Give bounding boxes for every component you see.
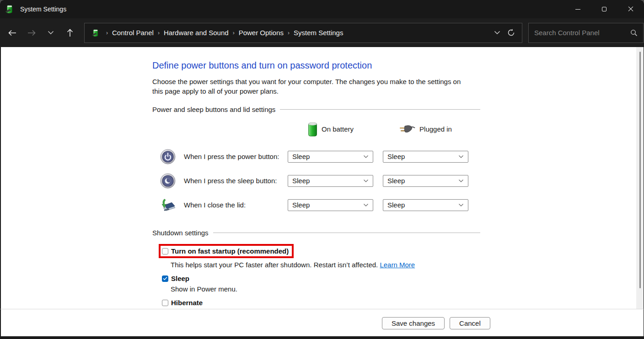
power-buttons-section-title: Power and sleep buttons and lid settings: [152, 106, 275, 113]
plug-icon: [399, 124, 416, 134]
forward-arrow-icon: [27, 29, 36, 37]
chevron-down-icon: [48, 31, 54, 35]
hibernate-option-label[interactable]: Hibernate: [171, 299, 203, 307]
battery-icon: [307, 121, 318, 137]
page-description: Choose the power settings that you want …: [152, 77, 472, 96]
sleep-button-row: When I press the sleep button: Sleep Sle…: [160, 169, 480, 193]
breadcrumb-hardware-and-sound[interactable]: Hardware and Sound: [164, 29, 229, 37]
search-box[interactable]: [528, 23, 644, 43]
fast-startup-description-text: This helps start your PC faster after sh…: [171, 261, 378, 269]
cancel-button[interactable]: Cancel: [450, 317, 490, 329]
vertical-scrollbar[interactable]: [636, 47, 644, 309]
power-buttons-section-header: Power and sleep buttons and lid settings: [152, 106, 480, 113]
close-lid-on-battery-select[interactable]: Sleep: [288, 199, 373, 211]
selected-value: Sleep: [292, 201, 310, 209]
up-arrow-icon: [66, 28, 74, 37]
column-headers-row: On battery Plugged in: [160, 113, 480, 144]
address-bar[interactable]: › Control Panel › Hardware and Sound › P…: [84, 23, 522, 43]
system-settings-window: System Settings: [0, 0, 644, 339]
breadcrumb-separator-icon: ›: [229, 30, 239, 36]
minimize-button[interactable]: [564, 0, 591, 18]
chevron-down-icon: [458, 179, 464, 183]
selected-value: Sleep: [387, 201, 405, 209]
search-icon[interactable]: [630, 29, 638, 37]
check-icon: [163, 276, 167, 281]
search-input[interactable]: [534, 29, 630, 37]
back-arrow-icon: [8, 29, 17, 37]
section-divider: [280, 109, 480, 110]
section-divider: [213, 233, 480, 233]
shutdown-section-title: Shutdown settings: [152, 229, 209, 237]
breadcrumb-system-settings[interactable]: System Settings: [294, 29, 343, 37]
back-button[interactable]: [5, 25, 20, 41]
fast-startup-option: Turn on fast startup (recommended) This …: [162, 244, 480, 269]
window-controls: [564, 0, 644, 18]
power-button-row: When I press the power button: Sleep Sle…: [160, 144, 480, 169]
selected-value: Sleep: [292, 177, 310, 185]
fast-startup-label[interactable]: Turn on fast startup (recommended): [171, 247, 289, 255]
navigation-bar: › Control Panel › Hardware and Sound › P…: [0, 18, 644, 47]
breadcrumb-separator-icon: ›: [154, 30, 164, 36]
refresh-button[interactable]: [507, 28, 515, 37]
chevron-down-icon: [363, 179, 369, 183]
selected-value: Sleep: [387, 153, 405, 160]
chevron-down-icon: [458, 155, 464, 159]
power-button-icon: [160, 149, 176, 164]
scrollbar-thumb[interactable]: [639, 52, 641, 288]
main-content: Define power buttons and turn on passwor…: [0, 47, 644, 309]
page-title: Define power buttons and turn on passwor…: [152, 60, 480, 71]
sleep-option-label[interactable]: Sleep: [171, 275, 189, 282]
chevron-down-icon: [458, 203, 464, 207]
address-dropdown-button[interactable]: [494, 31, 500, 35]
fast-startup-checkbox[interactable]: [162, 248, 168, 254]
up-button[interactable]: [62, 25, 78, 41]
close-lid-plugged-in-select[interactable]: Sleep: [383, 199, 468, 211]
shutdown-options-list: Turn on fast startup (recommended) This …: [162, 244, 480, 309]
window-title: System Settings: [20, 5, 66, 13]
on-battery-column-header: On battery: [288, 121, 373, 137]
selected-value: Sleep: [387, 177, 405, 185]
power-button-label: When I press the power button:: [184, 153, 288, 160]
close-button[interactable]: [617, 0, 644, 18]
recent-pages-button[interactable]: [43, 25, 59, 41]
breadcrumb-power-options[interactable]: Power Options: [239, 29, 284, 37]
power-options-app-icon: [5, 4, 14, 14]
title-bar: System Settings: [0, 0, 644, 18]
sleep-button-label: When I press the sleep button:: [184, 177, 288, 185]
window-bottom-edge: [0, 336, 644, 339]
footer-bar: Save changes Cancel: [0, 309, 644, 336]
learn-more-link[interactable]: Learn More: [380, 261, 415, 269]
power-button-plugged-in-select[interactable]: Sleep: [383, 151, 468, 163]
sleep-checkbox[interactable]: [162, 275, 168, 282]
screen: System Settings: [0, 0, 644, 339]
close-lid-label: When I close the lid:: [184, 201, 288, 209]
close-lid-row: When I close the lid: Sleep Sleep: [160, 193, 480, 217]
plugged-in-label: Plugged in: [419, 125, 452, 133]
breadcrumb-control-panel[interactable]: Control Panel: [112, 29, 154, 37]
sleep-button-on-battery-select[interactable]: Sleep: [288, 175, 373, 187]
sleep-button-icon: [160, 173, 176, 189]
fast-startup-highlight-box: Turn on fast startup (recommended): [159, 244, 294, 258]
chevron-down-icon: [363, 203, 369, 207]
fast-startup-description: This helps start your PC faster after sh…: [171, 261, 480, 269]
footer-buttons: Save changes Cancel: [382, 317, 490, 329]
forward-button[interactable]: [24, 25, 39, 41]
breadcrumb-separator-icon: ›: [102, 30, 112, 36]
address-bar-actions: [494, 28, 518, 37]
power-options-breadcrumb-icon: [92, 28, 99, 37]
breadcrumb-separator-icon: ›: [284, 30, 294, 36]
sleep-option: Sleep Show in Power menu.: [162, 275, 480, 293]
maximize-icon: [602, 7, 606, 11]
save-changes-button[interactable]: Save changes: [382, 317, 445, 329]
minimize-icon: [575, 9, 580, 10]
on-battery-label: On battery: [322, 125, 354, 133]
hibernate-option: Hibernate Show in Power menu.: [162, 299, 480, 309]
hibernate-checkbox[interactable]: [162, 300, 168, 306]
selected-value: Sleep: [292, 153, 310, 160]
plugged-in-column-header: Plugged in: [383, 124, 468, 134]
sleep-button-plugged-in-select[interactable]: Sleep: [383, 175, 468, 187]
laptop-lid-icon: [160, 197, 176, 213]
maximize-button[interactable]: [591, 0, 617, 18]
power-button-on-battery-select[interactable]: Sleep: [288, 151, 373, 163]
shutdown-section-header: Shutdown settings: [152, 229, 480, 237]
